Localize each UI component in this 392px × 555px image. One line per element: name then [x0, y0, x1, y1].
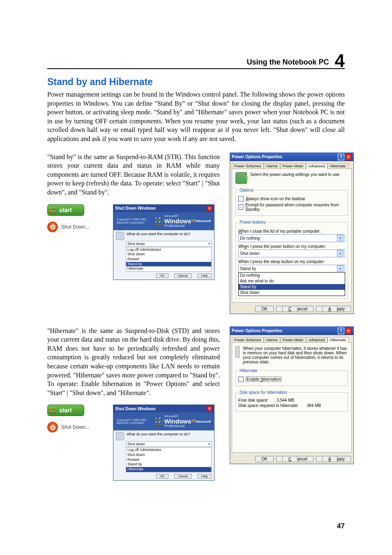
dialog-title: Shut Down Windows	[115, 206, 156, 210]
chip-icon	[235, 346, 240, 358]
list-item[interactable]: Shut down	[126, 453, 211, 458]
dialog-footer: OK Cancel Apply	[230, 454, 353, 464]
standby-block: "Stand by" is the same as Suspend-to-RAM…	[47, 153, 345, 314]
ok-button[interactable]: OK	[156, 474, 168, 479]
prompt-checkbox-label: Prompt for password when computer resume…	[245, 203, 345, 212]
list-item[interactable]: Log off Administrator	[126, 448, 211, 453]
lid-dropdown[interactable]: Do nothing ▾	[238, 234, 345, 242]
tab-power-meter[interactable]: Power Meter	[280, 163, 306, 169]
list-item[interactable]: Restart	[126, 257, 211, 262]
tab-alarms[interactable]: Alarms	[264, 337, 280, 343]
enable-hibernation-row[interactable]: Enable hibernation	[238, 377, 345, 382]
taskbar-checkbox-row[interactable]: Always show icon on the taskbar	[238, 196, 345, 201]
tab-hibernate[interactable]: Hibernate	[327, 163, 348, 169]
shutdown-menu-item[interactable]: ⏻ Shut Down...	[47, 222, 105, 232]
windows-flag-icon	[155, 418, 163, 425]
intro-paragraph: Power management settings can be found i…	[47, 90, 345, 143]
dialog-buttons: OK Cancel Help	[113, 273, 214, 280]
ok-button[interactable]: OK	[156, 273, 168, 278]
brand-edition: Professional	[164, 424, 196, 428]
close-icon[interactable]: ×	[207, 406, 212, 412]
list-item-standby[interactable]: Stand by	[126, 262, 211, 267]
chevron-down-icon: ▾	[337, 250, 344, 257]
list-item-selected[interactable]: Stand by	[239, 284, 345, 290]
computer-icon	[116, 432, 124, 440]
sleep-button-dropdown[interactable]: Stand by ▾	[238, 265, 345, 273]
list-item[interactable]: Ask me what to do	[239, 278, 345, 284]
cancel-button[interactable]: Cancel	[276, 456, 314, 462]
checkbox-icon	[238, 377, 244, 382]
shutdown-dialog-standby: Shut Down Windows × Copyright © 1985-200…	[113, 204, 214, 280]
sleep-dropdown-list: Do nothing Ask me what to do Stand by Sh…	[238, 272, 345, 296]
tab-power-schemes[interactable]: Power Schemes	[232, 163, 264, 169]
list-item-hibernate[interactable]: Hibernate	[126, 467, 211, 472]
cancel-button[interactable]: Cancel	[276, 306, 314, 312]
panel-description: When your computer hibernates, it stores…	[243, 346, 348, 364]
hibernate-block: "Hibernate" is the same as Suspend-to-Di…	[47, 326, 345, 481]
tab-alarms[interactable]: Alarms	[264, 163, 280, 169]
ok-button[interactable]: OK	[255, 456, 273, 462]
list-item[interactable]: Shut down	[239, 290, 345, 296]
hibernate-fieldset: Hibernate Enable hibernation	[235, 368, 348, 386]
cancel-button[interactable]: Cancel	[174, 273, 192, 278]
list-item[interactable]: Restart	[126, 458, 211, 462]
help-icon[interactable]: ?	[338, 328, 344, 334]
tab-power-meter[interactable]: Power Meter	[280, 337, 306, 343]
windows-flag-icon	[50, 207, 57, 213]
tab-advanced[interactable]: Advanced	[306, 163, 327, 169]
dialog-titlebar: Power Options Properties ? ×	[230, 153, 353, 161]
lid-value: Do nothing	[240, 236, 260, 240]
help-button[interactable]: Help	[198, 273, 212, 278]
close-icon[interactable]: ×	[207, 206, 212, 211]
apply-button[interactable]: Apply	[316, 456, 351, 462]
action-select[interactable]: Shut down ▾	[126, 441, 212, 447]
action-select[interactable]: Shut down ▾	[126, 241, 212, 247]
help-button[interactable]: Help	[198, 474, 212, 479]
apply-button[interactable]: Apply	[316, 306, 351, 312]
sleep-button-label: When I press the sleep button on my comp…	[238, 259, 345, 264]
action-selected: Shut down	[127, 442, 145, 446]
checkbox-checked-icon: ✓	[238, 204, 243, 210]
page-header: Using the Notebook PC 4	[47, 49, 345, 69]
list-item[interactable]: Shut down	[126, 252, 211, 257]
shutdown-menu-label: Shut Down...	[61, 224, 90, 230]
dialog-brand: Copyright © 1985-2001 Microsoft Corporat…	[113, 412, 214, 430]
tab-strip: Power Schemes Alarms Power Meter Advance…	[230, 161, 353, 169]
hibernate-paragraph: "Hibernate" is the same as Suspend-to-Di…	[47, 326, 220, 398]
options-fieldset: Options Always show icon on the taskbar …	[235, 188, 348, 216]
free-space-value: 3,544 MB	[277, 398, 294, 402]
power-button-dropdown[interactable]: Shut down ▾	[238, 250, 345, 257]
list-item[interactable]: Log off Administrator	[126, 247, 211, 252]
dialog-title: Power Options Properties	[232, 328, 282, 333]
tab-advanced[interactable]: Advanced	[306, 337, 327, 343]
tab-power-schemes[interactable]: Power Schemes	[232, 337, 264, 343]
tab-hibernate[interactable]: Hibernate	[327, 337, 348, 343]
list-item[interactable]: Do nothing	[239, 273, 345, 278]
start-button[interactable]: start	[47, 204, 84, 216]
start-button[interactable]: start	[47, 405, 84, 416]
power-button-label: When I press the power button on my comp…	[238, 244, 345, 249]
list-item[interactable]: Stand by	[126, 462, 211, 467]
tab-panel: When your computer hibernates, it stores…	[232, 342, 352, 453]
brand-small: Microsoft®	[164, 415, 196, 418]
windows-flag-icon	[50, 407, 57, 414]
close-icon[interactable]: ×	[345, 328, 352, 334]
power-off-icon: ⏻	[47, 222, 58, 232]
standby-thumb-row: start ⏻ Shut Down... Shut Down Windows ×…	[47, 204, 220, 280]
list-item[interactable]: Hibernate	[126, 266, 211, 271]
chevron-down-icon: ▾	[208, 242, 210, 245]
cancel-button[interactable]: Cancel	[174, 474, 192, 479]
shutdown-menu-item[interactable]: ⏻ Shut Down...	[47, 422, 105, 432]
dialog-titlebar: Shut Down Windows ×	[113, 405, 214, 412]
start-label: start	[59, 407, 71, 414]
ok-button[interactable]: OK	[255, 306, 273, 312]
close-icon[interactable]: ×	[345, 154, 352, 160]
brand-small: Microsoft®	[164, 215, 196, 217]
dialog-brand: Copyright © 1985-2001 Microsoft Corporat…	[113, 212, 214, 230]
diskspace-legend: Disk space for hibernation	[238, 390, 288, 395]
prompt-checkbox-row[interactable]: ✓ Prompt for password when computer resu…	[238, 203, 345, 212]
help-icon[interactable]: ?	[338, 154, 344, 160]
tab-panel: Select the power-saving settings you wan…	[232, 169, 352, 303]
power-off-icon: ⏻	[47, 422, 58, 432]
battery-icon	[235, 172, 247, 184]
